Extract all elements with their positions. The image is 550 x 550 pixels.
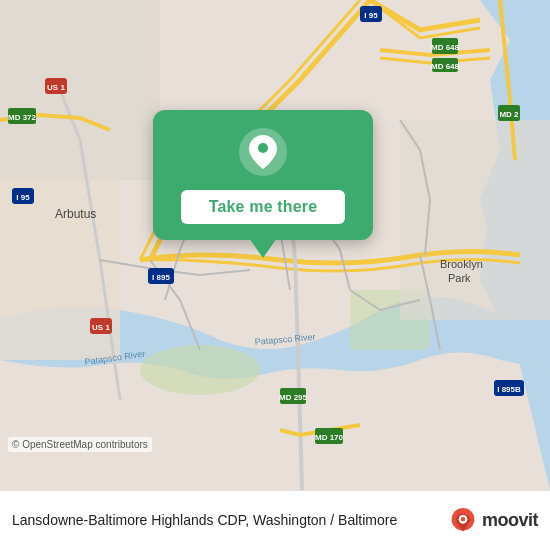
svg-text:MD 648: MD 648 <box>431 62 460 71</box>
moovit-logo-icon <box>449 507 477 535</box>
svg-text:Park: Park <box>448 272 471 284</box>
location-pin-icon <box>249 135 277 169</box>
svg-text:MD 372: MD 372 <box>8 113 37 122</box>
svg-text:MD 648: MD 648 <box>431 43 460 52</box>
svg-text:US 1: US 1 <box>92 323 110 332</box>
svg-text:MD 2: MD 2 <box>499 110 519 119</box>
svg-text:I 895: I 895 <box>152 273 170 282</box>
svg-point-1 <box>140 345 260 395</box>
moovit-brand-text: moovit <box>482 510 538 531</box>
svg-point-35 <box>258 143 268 153</box>
svg-rect-4 <box>0 0 160 180</box>
svg-text:US 1: US 1 <box>47 83 65 92</box>
svg-text:Brooklyn: Brooklyn <box>440 258 483 270</box>
svg-text:I 95: I 95 <box>16 193 30 202</box>
bottom-bar: Lansdowne-Baltimore Highlands CDP, Washi… <box>0 490 550 550</box>
location-label: Lansdowne-Baltimore Highlands CDP, Washi… <box>12 511 441 529</box>
moovit-logo: moovit <box>449 507 538 535</box>
svg-text:MD 295: MD 295 <box>279 393 308 402</box>
location-popup: Take me there <box>153 110 373 240</box>
svg-rect-5 <box>400 120 550 320</box>
location-icon-circle <box>239 128 287 176</box>
svg-point-38 <box>461 517 465 521</box>
map-container: I 95 I 95 I 895 I 895B MD 648 MD 648 MD … <box>0 0 550 490</box>
svg-text:Arbutus: Arbutus <box>55 207 96 221</box>
svg-text:I 895B: I 895B <box>497 385 521 394</box>
svg-text:MD 170: MD 170 <box>315 433 344 442</box>
take-me-there-button[interactable]: Take me there <box>181 190 346 224</box>
map-attribution: © OpenStreetMap contributors <box>8 437 152 452</box>
svg-text:I 95: I 95 <box>364 11 378 20</box>
